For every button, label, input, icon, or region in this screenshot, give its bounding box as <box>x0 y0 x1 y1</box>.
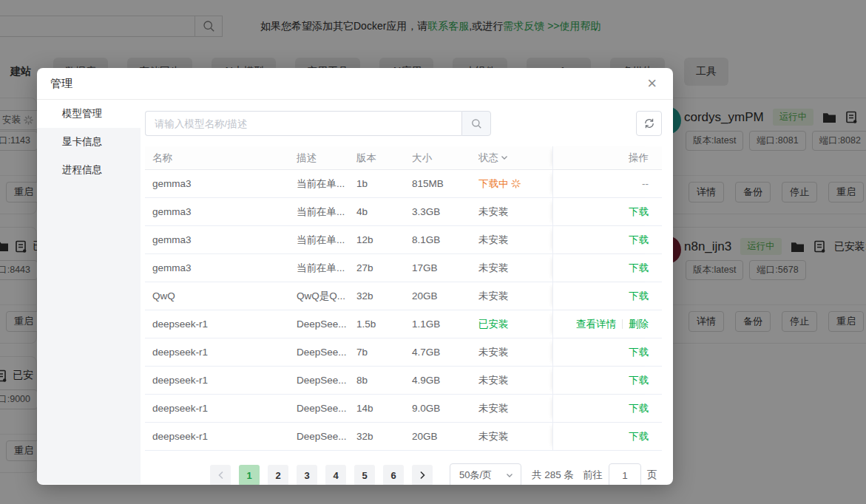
dialog-sidebar: 模型管理显卡信息进程信息 <box>37 100 141 484</box>
dialog-content: 名称描述版本大小状态操作gemma3当前在单...1b815MB下载中--gem… <box>141 100 673 484</box>
column-header: 名称 <box>145 146 289 169</box>
page-button-6[interactable]: 6 <box>383 465 404 485</box>
prev-page-icon <box>217 471 224 480</box>
op-link[interactable]: 删除 <box>629 318 649 331</box>
loading-spinner-icon <box>511 179 521 188</box>
op-link[interactable]: 下载 <box>629 346 649 359</box>
model-status: 未安装 <box>478 234 509 247</box>
model-status: 未安装 <box>478 374 509 387</box>
model-status: 未安装 <box>478 205 509 219</box>
model-version: 4b <box>349 198 405 225</box>
model-size: 1.1GB <box>405 310 471 338</box>
model-version: 1b <box>349 170 405 197</box>
total-count: 共 285 条 <box>532 469 574 482</box>
column-header: 版本 <box>349 146 405 169</box>
page-button-5[interactable]: 5 <box>354 465 375 485</box>
caret-down-icon <box>506 473 513 478</box>
model-desc: 当前在单... <box>289 170 349 197</box>
table-row: deepseek-r1DeepSee...32b20GB未安装下载 <box>145 423 662 451</box>
table-row: QwQQwQ是Q...32b20GB未安装下载 <box>145 282 662 310</box>
dialog-header: 管理 × <box>37 68 673 100</box>
model-name: gemma3 <box>145 254 289 282</box>
model-status: 未安装 <box>478 290 509 303</box>
op-link[interactable]: 下载 <box>629 290 649 303</box>
model-status: 下载中 <box>478 177 521 191</box>
model-status: 未安装 <box>478 402 509 415</box>
table-row: gemma3当前在单...1b815MB下载中-- <box>145 170 662 198</box>
op-link[interactable]: 下载 <box>629 205 649 219</box>
page-button-1[interactable]: 1 <box>239 465 260 485</box>
column-header: 描述 <box>289 146 349 169</box>
close-icon[interactable]: × <box>643 74 661 93</box>
sidebar-item-1[interactable]: 模型管理 <box>37 100 141 128</box>
model-status: 未安装 <box>478 430 509 443</box>
op-link[interactable]: 下载 <box>629 430 649 443</box>
column-header[interactable]: 状态 <box>471 146 552 169</box>
model-size: 815MB <box>405 170 471 197</box>
search-icon <box>471 118 482 129</box>
model-name: gemma3 <box>145 198 289 225</box>
page-button-4[interactable]: 4 <box>325 465 346 485</box>
sidebar-item-3[interactable]: 进程信息 <box>37 156 141 184</box>
model-status: 未安装 <box>478 346 509 359</box>
op-link[interactable]: 下载 <box>629 374 649 387</box>
caret-down-icon <box>501 155 508 160</box>
model-version: 14b <box>349 395 405 422</box>
op-link[interactable]: 下载 <box>629 402 649 415</box>
next-page-icon <box>419 471 426 480</box>
model-search-input[interactable] <box>145 111 461 136</box>
op-link[interactable]: 下载 <box>629 262 649 275</box>
sidebar-item-2[interactable]: 显卡信息 <box>37 128 141 156</box>
goto-page-input[interactable] <box>609 463 641 485</box>
model-desc: DeepSee... <box>289 338 349 366</box>
column-header: 大小 <box>405 146 471 169</box>
model-desc: DeepSee... <box>289 423 349 450</box>
model-size: 20GB <box>405 423 471 450</box>
model-size: 17GB <box>405 254 471 282</box>
table-row: deepseek-r1DeepSee...14b9.0GB未安装下载 <box>145 395 662 423</box>
model-name: deepseek-r1 <box>145 423 289 450</box>
table-row: gemma3当前在单...4b3.3GB未安装下载 <box>145 198 662 226</box>
op-divider <box>622 319 623 329</box>
model-version: 7b <box>349 338 405 366</box>
model-desc: 当前在单... <box>289 254 349 282</box>
model-status: 已安装 <box>478 318 509 331</box>
model-name: gemma3 <box>145 170 289 197</box>
model-name: gemma3 <box>145 226 289 253</box>
table-row: deepseek-r1DeepSee...7b4.7GB未安装下载 <box>145 338 662 367</box>
pagination: 12345650条/页共 285 条前往页 <box>210 463 662 485</box>
model-version: 1.5b <box>349 310 405 338</box>
model-desc: 当前在单... <box>289 226 349 253</box>
page-button-3[interactable]: 3 <box>297 465 317 485</box>
column-header: 操作 <box>552 146 656 169</box>
model-version: 32b <box>349 423 405 450</box>
model-size: 3.3GB <box>405 198 471 225</box>
table-row: deepseek-r1DeepSee...1.5b1.1GB已安装查看详情删除 <box>145 310 662 338</box>
page-size-select[interactable]: 50条/页 <box>450 463 521 485</box>
model-name: deepseek-r1 <box>145 367 289 394</box>
model-version: 27b <box>349 254 405 282</box>
model-desc: DeepSee... <box>289 367 349 394</box>
table-row: deepseek-r1DeepSee...8b4.9GB未安装下载 <box>145 367 662 395</box>
app-screen: 如果您希望添加其它Docker应用，请联系客服,或进行需求反馈 >>使用帮助 建… <box>0 0 866 504</box>
prev-page-button[interactable] <box>210 465 231 485</box>
model-size: 20GB <box>405 282 471 310</box>
refresh-icon <box>643 118 655 129</box>
model-table: 名称描述版本大小状态操作gemma3当前在单...1b815MB下载中--gem… <box>145 146 662 451</box>
model-search-button[interactable] <box>461 111 491 136</box>
next-page-button[interactable] <box>412 465 433 485</box>
model-size: 8.1GB <box>405 226 471 253</box>
model-name: QwQ <box>145 282 289 310</box>
refresh-button[interactable] <box>636 111 662 136</box>
page-unit-label: 页 <box>647 469 657 482</box>
model-version: 32b <box>349 282 405 310</box>
model-status: 未安装 <box>478 262 509 275</box>
model-name: deepseek-r1 <box>145 310 289 338</box>
model-desc: DeepSee... <box>289 310 349 338</box>
op-link[interactable]: 查看详情 <box>576 318 616 331</box>
model-desc: DeepSee... <box>289 395 349 422</box>
table-row: gemma3当前在单...12b8.1GB未安装下载 <box>145 226 662 254</box>
model-version: 12b <box>349 226 405 253</box>
page-button-2[interactable]: 2 <box>268 465 288 485</box>
op-link[interactable]: 下载 <box>629 234 649 247</box>
